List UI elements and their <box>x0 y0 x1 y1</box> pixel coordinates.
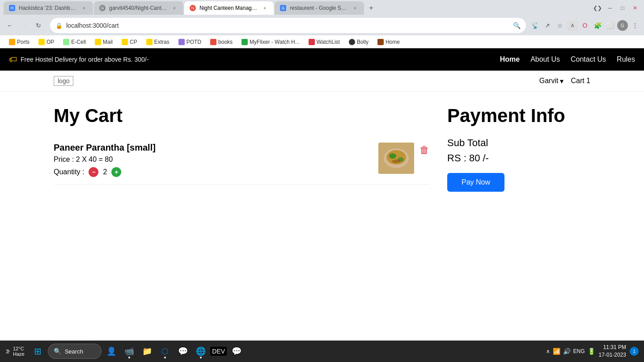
tab-bar: H Hackistica '23: Dashboard | Dev... × G… <box>0 0 644 16</box>
tab-overflow-icon[interactable]: ❮❯ <box>592 3 603 13</box>
bookmark-potd[interactable]: POTD <box>175 38 205 46</box>
tab3-close[interactable]: × <box>261 4 268 12</box>
cast-icon[interactable]: 📡 <box>530 20 540 31</box>
weather-condition: Haze <box>13 351 25 357</box>
windows-icon: ⊞ <box>34 346 42 357</box>
cart-item-details: Paneer Parantha [small] Price : 2 X 40 =… <box>54 143 369 177</box>
start-button[interactable]: ⊞ <box>30 343 46 359</box>
nav-rules-link[interactable]: Rules <box>617 55 635 63</box>
battery-icon[interactable]: 🔋 <box>588 348 595 355</box>
profile-icon[interactable]: G <box>617 20 628 31</box>
bookmark-bolly[interactable]: Bolly <box>345 38 372 46</box>
promo-text: Free Hostel Delivery for order above Rs.… <box>21 56 500 63</box>
reading-mode-icon[interactable]: A <box>567 20 578 31</box>
files-icon: 📁 <box>142 346 152 356</box>
bookmark-star-icon[interactable]: ☆ <box>555 20 565 31</box>
bookmark-ports[interactable]: Ports <box>5 38 33 46</box>
tab1-close[interactable]: × <box>80 4 88 12</box>
myflixer-favicon <box>242 39 248 45</box>
split-view-icon[interactable]: ⬜ <box>605 20 615 31</box>
taskbar-right: ∧ 📶 🔊 ENG 🔋 11:31 PM 17-01-2023 1 <box>546 344 639 359</box>
bookmark-extras[interactable]: Extras <box>143 38 173 46</box>
taskbar-app-discord[interactable]: 💬 <box>229 343 245 359</box>
back-button[interactable]: ← <box>4 19 16 32</box>
taskbar-app-whatsapp[interactable]: 💬 <box>175 343 191 359</box>
language-label[interactable]: ENG <box>573 348 585 354</box>
nav-buttons: ← → ↻ <box>4 19 45 32</box>
network-icon[interactable]: 📶 <box>553 348 560 355</box>
tab-hackistica[interactable]: H Hackistica '23: Dashboard | Dev... × <box>4 1 93 15</box>
taskbar-app-files[interactable]: 📁 <box>139 343 155 359</box>
bookmark-books[interactable]: books <box>207 38 236 46</box>
bookmark-mail[interactable]: Mail <box>91 38 116 46</box>
bookmark-ecell-label: E-Cell <box>71 39 86 45</box>
header-right: Garvit ▾ Cart 1 <box>539 77 590 85</box>
tab1-label: Hackistica '23: Dashboard | Dev... <box>19 5 77 11</box>
new-tab-button[interactable]: + <box>365 2 377 14</box>
quantity-value: 2 <box>103 168 107 176</box>
forward-button[interactable]: → <box>18 19 30 32</box>
nav-home-link[interactable]: Home <box>500 55 520 63</box>
quantity-increase-button[interactable]: + <box>111 167 121 177</box>
taskbar-app-devto[interactable]: DEV <box>211 343 227 359</box>
tab2-close[interactable]: × <box>171 4 178 12</box>
opera-icon[interactable]: O <box>580 20 590 31</box>
whatsapp-icon: 💬 <box>178 346 188 356</box>
bookmark-watchlist[interactable]: WatchList <box>305 38 343 46</box>
weather-widget[interactable]: 🌫 12°C Haze <box>5 346 25 357</box>
delete-item-button[interactable]: 🗑 <box>419 144 429 156</box>
discord-icon: 💬 <box>232 346 242 356</box>
svg-point-5 <box>392 160 401 163</box>
subtotal-label: Sub Total <box>447 137 590 149</box>
taskbar-search-icon: 🔍 <box>54 348 61 355</box>
sound-icon[interactable]: 🔊 <box>563 348 571 355</box>
user-dropdown[interactable]: Garvit ▾ <box>539 77 564 85</box>
tab-canteen[interactable]: N Night Canteen Management App × <box>184 1 274 15</box>
payment-title: Payment Info <box>447 105 590 126</box>
close-window-button[interactable]: ✕ <box>630 3 640 13</box>
bookmark-ecell[interactable]: E-Cell <box>59 38 89 46</box>
minimize-button[interactable]: ─ <box>605 3 615 13</box>
bookmark-home[interactable]: Home <box>374 38 403 46</box>
app-header: logo Garvit ▾ Cart 1 <box>0 71 644 92</box>
maximize-button[interactable]: □ <box>617 3 628 13</box>
notification-badge[interactable]: 1 <box>630 347 639 356</box>
taskbar-search[interactable]: 🔍 Search <box>48 344 102 359</box>
taskbar-app-cortana[interactable]: 👤 <box>103 343 119 359</box>
bookmark-myflixer[interactable]: MyFlixer - Watch H... <box>238 38 303 46</box>
item-price: Price : 2 X 40 = 80 <box>54 156 369 164</box>
nav-about-link[interactable]: About Us <box>530 55 560 63</box>
nav-contact-link[interactable]: Contact Us <box>571 55 606 63</box>
bookmark-op[interactable]: OP <box>35 38 58 46</box>
pay-now-button[interactable]: Pay Now <box>447 173 504 192</box>
taskbar-app-vscode[interactable]: ⬡ <box>157 343 173 359</box>
tab-google[interactable]: G restaurent - Google Search × <box>275 1 364 15</box>
tray-up-icon[interactable]: ∧ <box>546 348 550 354</box>
extras-favicon <box>146 39 153 45</box>
taskbar-app-video[interactable]: 📹 <box>121 343 137 359</box>
item-name: Paneer Parantha [small] <box>54 143 369 153</box>
user-name: Garvit <box>539 77 559 85</box>
taskbar-app-chrome[interactable]: 🌐 <box>193 343 209 359</box>
cart-item: Paneer Parantha [small] Price : 2 X 40 =… <box>54 135 429 185</box>
tab-github[interactable]: G garvit4540/Night-Canteen-App × <box>94 1 183 15</box>
quantity-decrease-button[interactable]: − <box>89 167 98 177</box>
address-pill[interactable]: 🔒 🔍 <box>50 18 526 33</box>
refresh-button[interactable]: ↻ <box>32 19 45 32</box>
browser-menu-icon[interactable]: ⋮ <box>630 20 640 31</box>
share-icon[interactable]: ↗ <box>542 20 553 31</box>
taskbar-clock[interactable]: 11:31 PM 17-01-2023 <box>599 344 626 359</box>
cart-info[interactable]: Cart 1 <box>571 77 590 85</box>
tab4-close[interactable]: × <box>352 4 359 12</box>
browser-chrome: H Hackistica '23: Dashboard | Dev... × G… <box>0 0 644 48</box>
weather-info: 12°C Haze <box>13 346 25 357</box>
bookmark-cp[interactable]: CP <box>118 38 141 46</box>
bolly-favicon <box>349 39 355 45</box>
extensions-icon[interactable]: 🧩 <box>592 20 603 31</box>
cp-favicon <box>122 39 128 45</box>
address-input[interactable] <box>66 22 509 29</box>
bookmark-books-label: books <box>218 39 233 45</box>
cortana-icon: 👤 <box>106 346 116 356</box>
window-controls: ❮❯ ─ □ ✕ <box>592 3 640 13</box>
app-root: 🏷 Free Hostel Delivery for order above R… <box>0 48 644 205</box>
